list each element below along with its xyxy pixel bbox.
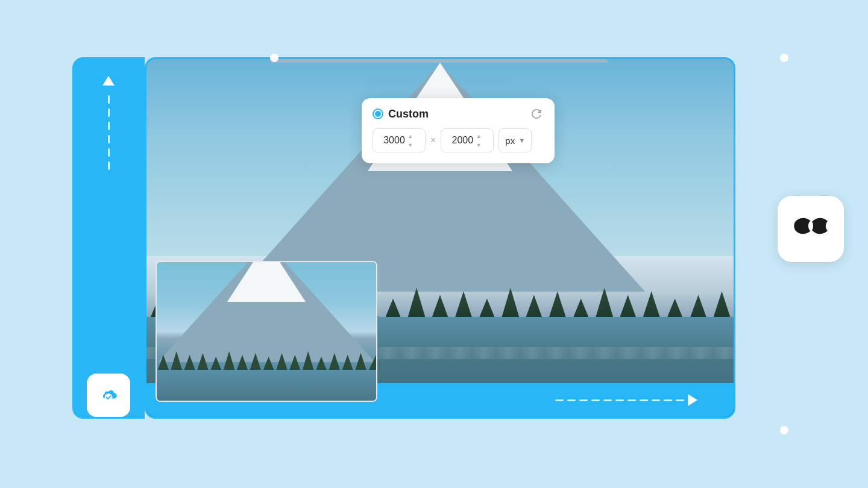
upload-arrow-icon — [102, 76, 115, 86]
scene: Custom 3000 ▲ ▼ × 2000 — [72, 45, 796, 443]
width-spinners: ▲ ▼ — [406, 132, 415, 149]
export-dashes — [555, 399, 684, 401]
export-arrow-icon — [688, 394, 697, 406]
height-decrement[interactable]: ▼ — [474, 141, 483, 149]
thumbnail-snow — [227, 262, 306, 302]
corner-dot-bottom-right — [780, 426, 788, 434]
corner-dot-top-left — [270, 54, 278, 62]
capcut-logo-icon — [790, 208, 832, 250]
height-spinners: ▲ ▼ — [474, 132, 483, 149]
unit-selector[interactable]: px ▼ — [498, 128, 532, 152]
corner-dot-top-right — [780, 54, 788, 62]
width-value: 3000 — [383, 135, 405, 146]
export-arrow — [555, 394, 697, 406]
thumbnail-mountain-bg — [157, 262, 376, 401]
upload-dashed-line — [108, 95, 110, 364]
dimensions-row: 3000 ▲ ▼ × 2000 ▲ ▼ px ▼ — [373, 128, 544, 152]
upload-panel — [72, 57, 145, 419]
width-decrement[interactable]: ▼ — [406, 141, 415, 149]
dimension-separator: × — [430, 135, 436, 146]
unit-value: px — [505, 136, 515, 146]
width-input[interactable]: 3000 ▲ ▼ — [373, 128, 426, 152]
unit-chevron-icon: ▼ — [518, 137, 525, 144]
height-input[interactable]: 2000 ▲ ▼ — [441, 128, 494, 152]
custom-label-row: Custom — [373, 108, 429, 120]
cloud-upload-icon — [95, 382, 122, 408]
panel-header: Custom — [373, 107, 544, 121]
cloud-upload-icon-box[interactable] — [87, 374, 130, 417]
svg-point-3 — [808, 221, 813, 231]
reset-button[interactable] — [529, 107, 544, 121]
thumbnail-water — [157, 370, 376, 401]
capcut-icon-box[interactable] — [778, 196, 844, 262]
radio-inner-dot — [375, 111, 381, 117]
width-increment[interactable]: ▲ — [406, 132, 415, 140]
height-increment[interactable]: ▲ — [474, 132, 483, 140]
thumbnail-preview — [156, 261, 377, 402]
custom-settings-panel: Custom 3000 ▲ ▼ × 2000 — [362, 98, 555, 163]
height-value: 2000 — [452, 135, 474, 146]
custom-radio[interactable] — [373, 108, 383, 119]
custom-label: Custom — [388, 108, 429, 120]
